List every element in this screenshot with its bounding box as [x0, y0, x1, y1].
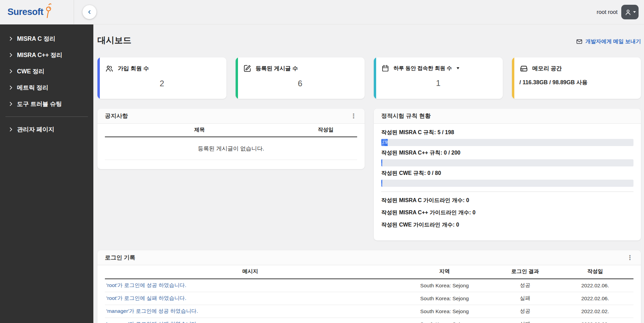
- sidebar-item-troubleshooting[interactable]: 도구 트러블 슈팅: [0, 96, 93, 112]
- login-result-cell: 성공: [493, 279, 557, 292]
- mail-developer-link[interactable]: 개발자에게 메일 보내기: [576, 38, 641, 46]
- card-accent-bar: [374, 57, 376, 99]
- chevron-right-icon: [8, 36, 13, 41]
- login-message-link[interactable]: 'root'가 로그인에 실패 하였습니다.: [106, 295, 186, 301]
- sidebar: MISRA C 정리 MISRA C++ 정리 CWE 정리 메트릭 정리 도구…: [0, 24, 93, 323]
- card-value: 1: [381, 72, 495, 94]
- sidebar-item-label: MISRA C++ 정리: [17, 51, 62, 59]
- stat-card-memory: 메모리 공간 / 116.38GB / 98.89GB 사용: [512, 57, 641, 99]
- sidebar-item-metric[interactable]: 메트릭 정리: [0, 79, 93, 96]
- guideline-count: 작성된 CWE 가이드라인 개수: 0: [381, 221, 633, 229]
- chevron-right-icon: [8, 53, 13, 57]
- sidebar-item-admin-page[interactable]: 관리자 페이지: [0, 121, 93, 138]
- calendar-icon: [381, 64, 389, 72]
- chevron-right-icon: [8, 85, 13, 90]
- card-accent-bar: [512, 57, 514, 99]
- login-message-cell: 'root'가 로그인에 성공 하였습니다.: [105, 279, 395, 292]
- card-accent-bar: [97, 57, 100, 99]
- login-message-link[interactable]: 'root'가 로그인에 성공 하였습니다.: [106, 282, 186, 288]
- guideline-count: 작성된 MISRA C 가이드라인 개수: 0: [381, 197, 633, 204]
- login-date-cell: 2022.02.06.: [557, 292, 633, 305]
- login-message-link[interactable]: 'manager'가 로그인에 실패 하였습니다.: [106, 321, 198, 323]
- panel-title: 정적시험 규칙 현황: [381, 112, 430, 120]
- caret-down-icon: [457, 67, 459, 69]
- login-date-cell: 2022.02.02.: [557, 305, 633, 318]
- card-header: 등록된 게시글 수: [243, 64, 357, 73]
- column-header-date: 작성일: [294, 124, 357, 137]
- user-name: root root: [597, 9, 618, 15]
- stat-card-members: 가입 회원 수 2: [97, 57, 226, 99]
- chevron-right-icon: [8, 69, 13, 74]
- login-date-cell: 2022.02.02.: [557, 318, 633, 323]
- login-result-cell: 성공: [493, 305, 557, 318]
- app-window: Suresoft root root: [0, 0, 644, 323]
- stat-card-posts: 등록된 게시글 수 6: [236, 57, 365, 99]
- panel-title: 공지사항: [105, 112, 128, 120]
- logo[interactable]: Suresoft: [0, 0, 74, 24]
- sidebar-collapse-button[interactable]: [82, 5, 96, 19]
- login-panel-header: 로그인 기록 ⋮: [97, 250, 641, 265]
- logo-text: Suresoft: [7, 7, 43, 17]
- column-header-message: 메시지: [105, 265, 395, 279]
- sidebar-item-label: 메트릭 정리: [17, 84, 48, 92]
- login-result-cell: 실패: [493, 318, 557, 323]
- chevron-right-icon: [8, 127, 13, 132]
- login-date-cell: 2022.02.06.: [557, 279, 633, 292]
- edit-icon: [243, 64, 252, 73]
- login-history-panel: 로그인 기록 ⋮ 메시지 지역 로그인 결과 작성일 'root'가 로그인에 …: [97, 250, 641, 323]
- notice-empty-message: 등록된 게시글이 없습니다.: [105, 137, 357, 160]
- login-result-cell: 실패: [493, 292, 557, 305]
- caret-down-icon: [633, 11, 636, 13]
- people-icon: [105, 64, 114, 73]
- card-label: 하루 동안 접속한 회원 수: [393, 65, 452, 72]
- harddrive-icon: [519, 64, 528, 73]
- rules-body: 작성된 MISRA C 규칙: 5 / 198 2.5% 작성된 MISRA C…: [374, 124, 641, 240]
- card-accent-bar: [236, 57, 238, 99]
- user-area: root root: [597, 5, 644, 19]
- login-message-link[interactable]: 'manager'가 로그인에 성공 하였습니다.: [106, 308, 198, 314]
- card-label: 가입 회원 수: [118, 65, 149, 72]
- logo-bird-icon: [44, 3, 53, 18]
- person-icon: [624, 8, 632, 16]
- card-value: 2: [105, 73, 219, 94]
- daily-visitors-dropdown[interactable]: 하루 동안 접속한 회원 수: [381, 64, 495, 72]
- column-header-date: 작성일: [557, 265, 633, 279]
- sidebar-item-label: MISRA C 정리: [17, 35, 55, 43]
- sidebar-item-label: 관리자 페이지: [17, 125, 54, 133]
- rules-divider: [381, 192, 633, 192]
- login-region-cell: South Korea: Sejong: [395, 292, 493, 305]
- card-label: 메모리 공간: [532, 65, 562, 72]
- main-content: 대시보드 개발자에게 메일 보내기: [93, 33, 644, 323]
- user-menu-button[interactable]: [621, 5, 639, 19]
- kebab-menu-icon[interactable]: ⋮: [349, 113, 358, 119]
- card-value: 6: [243, 73, 357, 94]
- misra-c-progress-bar: 2.5%: [381, 139, 633, 146]
- sidebar-item-misra-c[interactable]: MISRA C 정리: [0, 31, 93, 47]
- column-header-region: 지역: [395, 265, 493, 279]
- mail-link-label: 개발자에게 메일 보내기: [585, 38, 641, 45]
- card-header: 메모리 공간: [519, 64, 633, 73]
- cwe-progress-bar: [381, 180, 633, 187]
- sidebar-item-cwe[interactable]: CWE 정리: [0, 63, 93, 79]
- static-test-rules-panel: 정적시험 규칙 현황 작성된 MISRA C 규칙: 5 / 198 2.5% …: [374, 109, 641, 240]
- table-row: 'root'가 로그인에 실패 하였습니다. South Korea: Sejo…: [105, 292, 633, 305]
- guideline-count: 작성된 MISRA C++ 가이드라인 개수: 0: [381, 209, 633, 216]
- sidebar-item-misra-cpp[interactable]: MISRA C++ 정리: [0, 47, 93, 63]
- notice-table: 제목 작성일: [105, 124, 357, 137]
- progress-fill: 2.5%: [381, 139, 388, 146]
- table-row: 'root'가 로그인에 성공 하였습니다. South Korea: Sejo…: [105, 279, 633, 292]
- card-label: 등록된 게시글 수: [256, 65, 298, 72]
- rule-progress-label: 작성된 MISRA C++ 규칙: 0 / 200: [381, 149, 633, 157]
- chevron-left-icon: [87, 10, 92, 15]
- kebab-menu-icon[interactable]: ⋮: [626, 254, 634, 261]
- login-message-cell: 'root'가 로그인에 실패 하였습니다.: [105, 292, 395, 305]
- notice-panel: 공지사항 ⋮ 제목 작성일 등록된 게시글이 없습니다.: [97, 109, 365, 169]
- sidebar-item-label: 도구 트러블 슈팅: [17, 100, 62, 108]
- column-header-result: 로그인 결과: [493, 265, 557, 279]
- login-region-cell: South Korea: Sejong: [395, 318, 493, 323]
- login-region-cell: South Korea: Sejong: [395, 305, 493, 318]
- login-region-cell: South Korea: Sejong: [395, 279, 493, 292]
- topbar: Suresoft root root: [0, 0, 644, 24]
- rules-panel-header: 정적시험 규칙 현황: [374, 109, 641, 124]
- misra-cpp-progress-bar: [381, 159, 633, 166]
